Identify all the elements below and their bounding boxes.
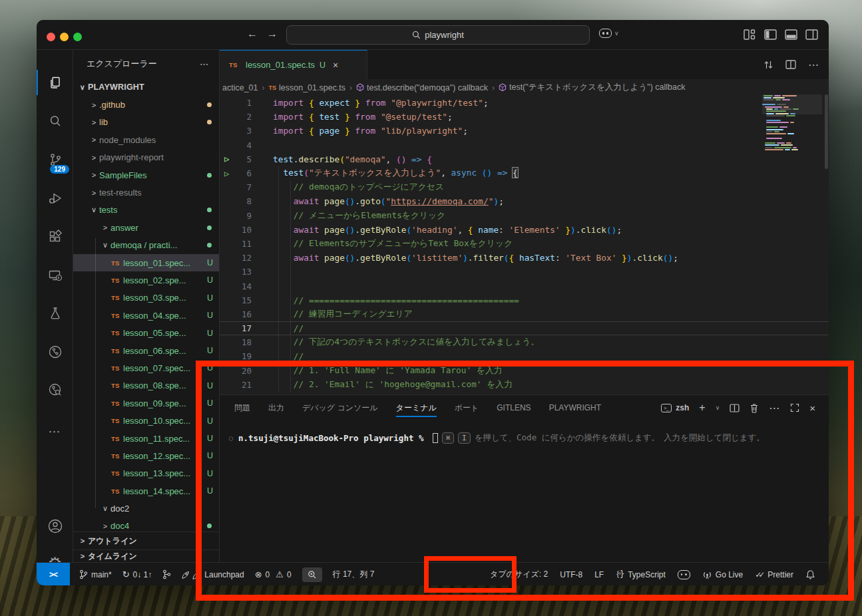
code-line-10[interactable]: 10 await page().getByRole('heading', { n…	[220, 223, 829, 237]
code-line-6[interactable]: ▷6 test("テキストボックスを入力しよう", async () => {	[220, 166, 829, 180]
tree-item-lib[interactable]: >lib	[73, 114, 220, 131]
code-line-17[interactable]: 17 //	[220, 321, 829, 335]
code-line-9[interactable]: 9 // メニューからElementsをクリック	[220, 209, 829, 223]
copilot-menu[interactable]: ∨	[599, 29, 619, 38]
panel-tab-gitlens[interactable]: GITLENS	[497, 395, 531, 420]
maximize-panel-icon[interactable]	[790, 403, 799, 412]
testing-icon[interactable]	[37, 297, 73, 329]
run-debug-icon[interactable]	[37, 182, 73, 214]
panel-tab--[interactable]: 出力	[268, 395, 284, 420]
copilot-status-icon[interactable]	[678, 570, 690, 579]
code-line-8[interactable]: 8 await page().goto("https://demoqa.com/…	[220, 194, 829, 208]
panel-tab--[interactable]: デバッグ コンソール	[302, 395, 378, 420]
problems-status[interactable]: ⊗ 0 ⚠ 0	[255, 569, 292, 579]
code-line-18[interactable]: 18 // 下記の4つのテキストボックスに値を入力してみましょう。	[220, 335, 829, 349]
code-line-16[interactable]: 16 // 練習用コーディングエリア	[220, 307, 829, 321]
search-view-icon[interactable]	[37, 105, 73, 137]
go-live-status[interactable]: Go Live	[702, 570, 743, 579]
tab-size-status[interactable]: タブのサイズ: 2	[490, 569, 548, 580]
notifications-bell-icon[interactable]	[805, 569, 815, 580]
explorer-icon[interactable]	[37, 67, 73, 98]
split-terminal-icon[interactable]	[730, 404, 740, 412]
tree-item-node-modules[interactable]: >node_modules	[73, 131, 220, 148]
new-terminal-icon[interactable]: +	[699, 402, 705, 414]
terminal-dropdown-icon[interactable]: ∨	[716, 404, 720, 411]
code-line-4[interactable]: 4	[220, 138, 829, 152]
sync-status[interactable]: ↻ 0↓ 1↑	[122, 569, 152, 579]
launchpad-status[interactable]: Launchpad	[182, 570, 244, 579]
remote-indicator[interactable]: ><	[37, 563, 70, 585]
encoding-status[interactable]: UTF-8	[560, 570, 582, 579]
code-line-5[interactable]: ▷▷5test.describe("demoqa", () => {	[220, 152, 829, 166]
remote-explorer-icon[interactable]	[37, 259, 73, 291]
zoom-window-button[interactable]	[73, 33, 82, 41]
code-line-12[interactable]: 12 await page().getByRole('listitem').fi…	[220, 251, 829, 265]
source-control-icon[interactable]: 129	[37, 144, 73, 176]
panel-tab--[interactable]: ポート	[455, 395, 479, 420]
code-line-1[interactable]: 1import { expect } from "@playwright/tes…	[220, 96, 829, 110]
zoom-status[interactable]	[302, 567, 322, 582]
code-line-21[interactable]: 21 // 2. 'Email' に 'hogehoge@gmail.com' …	[220, 378, 829, 392]
timeline-section[interactable]: > タイムライン	[73, 549, 220, 562]
outline-section[interactable]: > アウトライン	[73, 532, 220, 549]
code-line-20[interactable]: 20 // 1. 'Full Name' に 'Yamada Tarou' を入…	[220, 364, 829, 378]
code-line-15[interactable]: 15 // ==================================…	[220, 293, 829, 307]
run-test-icon[interactable]: ▷▷	[220, 154, 238, 164]
tree-item-answer[interactable]: >answer	[73, 219, 220, 236]
command-center-search[interactable]: playwright	[286, 25, 590, 45]
close-panel-icon[interactable]: ×	[809, 402, 815, 414]
breadcrumb-item[interactable]: test.describe("demoqa") callback	[356, 83, 488, 92]
code-line-7[interactable]: 7 // demoqaのトップページにアクセス	[220, 180, 829, 194]
code-line-19[interactable]: 19 //	[220, 349, 829, 363]
toggle-secondary-sidebar-icon[interactable]	[805, 29, 818, 40]
breadcrumb-item[interactable]: actice_01	[222, 83, 258, 92]
account-icon[interactable]	[37, 510, 73, 542]
split-editor-icon[interactable]	[785, 60, 796, 69]
toggle-panel-icon[interactable]	[785, 29, 797, 40]
run-test-icon[interactable]: ▷	[220, 169, 238, 178]
gitlens-inspect-icon[interactable]	[37, 374, 73, 406]
gitlens-icon[interactable]	[37, 336, 73, 368]
panel-tab--[interactable]: ターミナル	[396, 395, 437, 420]
code-view[interactable]: 1import { expect } from "@playwright/tes…	[220, 96, 829, 392]
code-line-13[interactable]: 13	[220, 265, 829, 279]
panel-more-actions-icon[interactable]: ⋯	[769, 402, 780, 414]
prettier-status[interactable]: ✓✓ Prettier	[755, 570, 793, 579]
breadcrumb-item[interactable]: test("テキストボックスを入力しよう") callback	[499, 82, 686, 93]
customize-layout-icon[interactable]	[744, 29, 755, 40]
code-line-14[interactable]: 14	[220, 279, 829, 293]
breadcrumb-item[interactable]: TSlesson_01.spec.ts	[269, 83, 346, 92]
minimap[interactable]	[762, 94, 822, 166]
tree-item--github[interactable]: >.github	[73, 96, 220, 113]
tab-lesson-01[interactable]: TS lesson_01.spec.ts U ×	[220, 50, 367, 79]
code-line-3[interactable]: 3import { page } from "lib/playwright";	[220, 124, 829, 138]
branch-status[interactable]: main*	[79, 569, 112, 579]
tree-item-test-results[interactable]: >test-results	[73, 184, 220, 201]
editor-more-actions-icon[interactable]: ⋯	[808, 59, 819, 71]
extensions-icon[interactable]	[37, 221, 73, 253]
close-window-button[interactable]	[47, 33, 55, 41]
compare-changes-icon[interactable]	[763, 60, 773, 70]
eol-status[interactable]: LF	[594, 570, 604, 579]
minimize-window-button[interactable]	[60, 33, 69, 41]
cursor-position-status[interactable]: 行 17、列 7	[333, 569, 375, 580]
tree-item-playwright-report[interactable]: >playwright-report	[73, 149, 220, 166]
toggle-sidebar-icon[interactable]	[764, 29, 777, 40]
code-line-11[interactable]: 11 // ElementsのサブメニューからText Boxをクリック	[220, 237, 829, 251]
terminal-instance[interactable]: >_ zsh	[661, 403, 689, 412]
tree-item-samplefiles[interactable]: >SampleFiles	[73, 166, 220, 184]
gitlens-status-icon[interactable]	[162, 569, 171, 579]
language-status[interactable]: {ͦ} TypeScript	[616, 569, 666, 579]
panel-tab-playwright[interactable]: PLAYWRIGHT	[549, 395, 601, 420]
panel-tab--[interactable]: 問題	[234, 395, 250, 420]
back-icon[interactable]: ←	[247, 28, 258, 40]
tree-root[interactable]: ∨PLAYWRIGHT	[73, 78, 220, 96]
terminal-content[interactable]: ○ n.tsuji@tsujiMacBook-Pro playwright % …	[229, 432, 765, 444]
forward-icon[interactable]: →	[267, 28, 278, 40]
kill-terminal-icon[interactable]	[750, 403, 759, 413]
tree-item-tests[interactable]: ∨tests	[73, 202, 220, 219]
code-line-2[interactable]: 2import { test } from "@setup/test";	[220, 110, 829, 124]
more-views-icon[interactable]: ⋯	[37, 416, 73, 448]
sidebar-more-actions-icon[interactable]: ⋯	[200, 59, 209, 69]
editor-scrollbar[interactable]	[825, 94, 828, 169]
